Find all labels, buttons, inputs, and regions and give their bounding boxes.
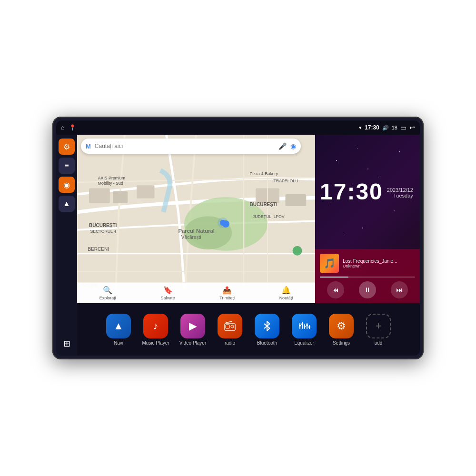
- app-equalizer[interactable]: Equalizer: [288, 314, 321, 346]
- screen: ⌂ 📍 ▾ 17:30 🔊 18 ▭ ↩ ⚙ ≡: [56, 120, 420, 356]
- bluetooth-label: Bluetooth: [257, 340, 277, 346]
- svg-point-40: [306, 324, 308, 326]
- music-artist: Unknown: [343, 264, 415, 268]
- right-panel: 17:30 2023/12/12 Tuesday: [315, 135, 420, 303]
- clock-day: Tuesday: [387, 193, 418, 198]
- music-progress-bar[interactable]: [320, 277, 415, 278]
- account-icon[interactable]: ◉: [290, 142, 296, 150]
- svg-text:BUCUREȘTI: BUCUREȘTI: [250, 202, 278, 207]
- svg-text:Pizza & Bakery: Pizza & Bakery: [250, 171, 278, 176]
- equalizer-icon: [292, 314, 317, 338]
- settings-label: Settings: [333, 340, 350, 346]
- svg-text:SECTORUL 4: SECTORUL 4: [90, 229, 117, 234]
- svg-line-31: [226, 321, 232, 323]
- nav-icon: ▲: [63, 199, 70, 208]
- album-art: 🎵: [320, 254, 339, 273]
- svg-text:BUCUREȘTI: BUCUREȘTI: [89, 223, 117, 228]
- play-pause-button[interactable]: ⏸: [359, 281, 376, 298]
- svg-point-30: [231, 325, 234, 328]
- navi-icon: ▲: [106, 314, 131, 338]
- video-player-icon: ▶: [180, 314, 205, 338]
- music-progress-fill: [320, 277, 348, 278]
- map-search-bar[interactable]: M 🎤 ◉: [81, 139, 301, 154]
- sidebar: ⚙ ≡ ◉ ▲ ⊞: [56, 135, 77, 356]
- app-settings[interactable]: ⚙ Settings: [325, 314, 358, 346]
- mic-icon[interactable]: 🎤: [278, 142, 287, 150]
- news-icon: 🔔: [281, 286, 291, 295]
- sidebar-file-button[interactable]: ≡: [59, 158, 75, 174]
- music-text: Lost Frequencies_Janie... Unknown: [343, 258, 415, 268]
- saved-label: Salvate: [161, 296, 175, 300]
- add-label: add: [375, 340, 383, 346]
- svg-text:Parcul Natural: Parcul Natural: [178, 228, 215, 234]
- settings-app-icon: ⚙: [329, 314, 354, 338]
- app-music-player[interactable]: ♪ Music Player: [139, 314, 172, 346]
- back-icon[interactable]: ↩: [409, 124, 415, 131]
- status-bar-right: ▾ 17:30 🔊 18 ▭ ↩: [359, 124, 415, 131]
- clock-time: 17:30: [320, 180, 383, 203]
- saved-icon: 🔖: [163, 286, 173, 295]
- top-row: Parcul Natural Văcărești BUCUREȘTI JUDEȚ…: [77, 135, 420, 303]
- battery-icon: ▭: [400, 124, 407, 131]
- svg-point-27: [218, 218, 228, 228]
- app-add[interactable]: + add: [362, 314, 395, 346]
- app-radio[interactable]: radio: [213, 314, 247, 346]
- battery-level: 18: [392, 125, 397, 130]
- google-maps-icon: M: [86, 143, 91, 150]
- prev-icon: ⏮: [332, 286, 339, 294]
- music-info: 🎵 Lost Frequencies_Janie... Unknown: [320, 254, 415, 273]
- sidebar-settings-button[interactable]: ⚙: [59, 139, 75, 155]
- prev-button[interactable]: ⏮: [327, 281, 344, 298]
- home-icon[interactable]: ⌂: [61, 124, 64, 131]
- svg-text:Văcărești: Văcărești: [181, 235, 201, 240]
- share-label: Trimiteți: [219, 296, 235, 300]
- svg-rect-29: [226, 325, 229, 328]
- svg-point-39: [304, 326, 306, 327]
- share-icon: 📤: [222, 286, 232, 295]
- svg-point-37: [299, 325, 301, 327]
- add-icon: +: [366, 314, 391, 338]
- clock-section: 17:30 2023/12/12 Tuesday: [315, 135, 420, 249]
- sidebar-nav-button[interactable]: ▲: [59, 196, 75, 212]
- svg-rect-4: [113, 191, 128, 203]
- music-section: 🎵 Lost Frequencies_Janie... Unknown: [315, 249, 420, 303]
- grid-icon: ⊞: [63, 338, 70, 349]
- map-widget[interactable]: Parcul Natural Văcărești BUCUREȘTI JUDEȚ…: [77, 135, 315, 303]
- status-bar: ⌂ 📍 ▾ 17:30 🔊 18 ▭ ↩: [56, 120, 420, 135]
- map-nav-noutăți[interactable]: 🔔 Noutăți: [279, 286, 293, 300]
- wifi-icon: ▾: [359, 125, 362, 131]
- map-search-input[interactable]: [95, 143, 275, 149]
- next-button[interactable]: ⏭: [391, 281, 408, 298]
- clock-date: 2023/12/12: [387, 187, 418, 193]
- maps-icon[interactable]: 📍: [69, 124, 76, 131]
- status-bar-left: ⌂ 📍: [61, 124, 76, 131]
- map-nav-salvate[interactable]: 🔖 Salvate: [161, 286, 175, 300]
- app-video-player[interactable]: ▶ Video Player: [176, 314, 209, 346]
- sidebar-map-button[interactable]: ◉: [59, 177, 75, 193]
- status-time: 17:30: [365, 124, 379, 131]
- map-nav-explorați[interactable]: 🔍 Explorați: [99, 286, 116, 300]
- app-bluetooth[interactable]: Bluetooth: [250, 314, 284, 346]
- explore-icon: 🔍: [103, 286, 112, 295]
- content-area: Parcul Natural Văcărești BUCUREȘTI JUDEȚ…: [77, 135, 420, 356]
- music-player-icon: ♪: [143, 314, 168, 338]
- explore-label: Explorați: [99, 296, 116, 300]
- svg-text:Mobility - Sud: Mobility - Sud: [98, 181, 123, 186]
- svg-text:BERCENI: BERCENI: [88, 247, 109, 252]
- radio-icon: [218, 314, 242, 338]
- next-icon: ⏭: [396, 286, 403, 294]
- app-navi[interactable]: ▲ Navi: [102, 314, 135, 346]
- svg-rect-3: [89, 188, 110, 203]
- svg-text:AXIS Premium: AXIS Premium: [98, 176, 125, 180]
- navi-label: Navi: [114, 340, 123, 346]
- volume-icon: 🔊: [382, 125, 389, 131]
- music-player-label: Music Player: [142, 340, 169, 346]
- svg-text:TRAPELOLU: TRAPELOLU: [274, 178, 298, 183]
- svg-rect-7: [286, 194, 307, 206]
- bluetooth-icon-bg: [255, 314, 279, 338]
- radio-label: radio: [225, 340, 235, 346]
- file-icon: ≡: [64, 161, 69, 170]
- sidebar-grid-button[interactable]: ⊞: [59, 336, 75, 352]
- music-controls: ⏮ ⏸ ⏭: [320, 281, 415, 298]
- map-nav-trimiteți[interactable]: 📤 Trimiteți: [219, 286, 235, 300]
